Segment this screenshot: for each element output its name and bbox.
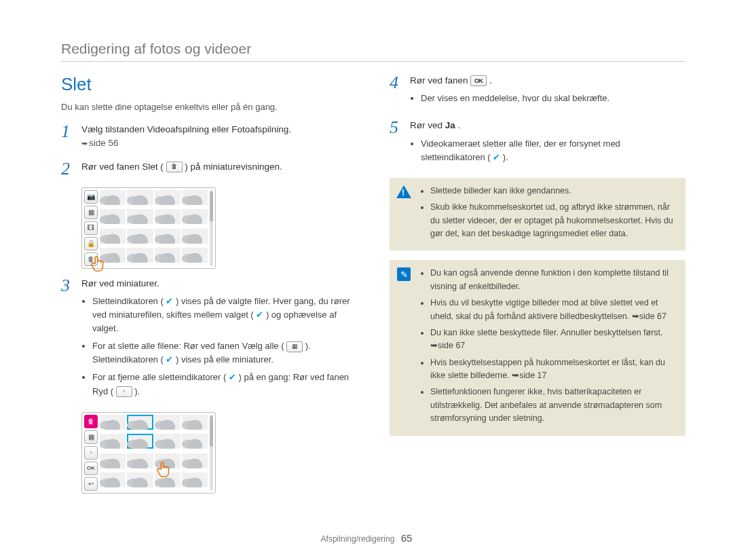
step-5-bullet: Videokameraet sletter alle filer, der er… — [421, 137, 685, 164]
thumbnail-grid-2: 🗑 ▦ ▫ OK ↩ — [81, 412, 216, 493]
info-item: Du kan ikke slette beskyttede filer. Ann… — [430, 326, 676, 353]
check-icon: ✔ — [493, 152, 500, 162]
warning-icon — [396, 185, 411, 200]
sidebar-btn-ok: OK — [84, 462, 98, 475]
sidebar-btn: 📷 — [84, 190, 98, 204]
check-icon: ✔ — [256, 310, 263, 320]
info-box: ✎ Du kan også anvende denne funktion i d… — [390, 260, 685, 435]
sidebar-btn-back: ↩ — [84, 477, 98, 491]
warning-box: Slettede billeder kan ikke gendannes.Sku… — [390, 178, 685, 251]
intro-text: Du kan slette dine optagelse enkeltvis e… — [61, 102, 357, 112]
left-column: Slet Du kan slette dine optagelse enkelt… — [61, 69, 357, 502]
check-icon: ✔ — [229, 372, 236, 382]
step-4-text-before: Rør ved fanen — [410, 75, 470, 86]
sidebar-btn: 🗑 — [84, 253, 98, 266]
step-3: 3 Rør ved miniaturer. Sletteindikatoren … — [61, 277, 357, 403]
sidebar-btn: ▦ — [84, 430, 98, 444]
info-item: Hvis beskyttelsestappen på hukommelsesko… — [430, 356, 676, 383]
warning-item: Slettede billeder kan ikke gendannes. — [430, 185, 676, 198]
select-all-icon: ▦ — [286, 341, 303, 352]
footer-section: Afspilning/redigering — [321, 534, 395, 544]
step-5: 5 Rør ved Ja . Videokameraet sletter all… — [390, 119, 685, 168]
sidebar-btn: ▦ — [84, 206, 98, 219]
step-number: 5 — [390, 119, 402, 136]
sidebar-btn: 🎞 — [84, 221, 98, 235]
sidebar-btn: 🔒 — [84, 237, 98, 250]
step-4-text-after: . — [489, 75, 492, 86]
info-item: Hvis du vil beskytte vigtige billeder mo… — [430, 297, 676, 323]
sidebar-btn-delete: 🗑 — [84, 415, 98, 428]
info-item: Slettefunktionen fungerer ikke, hvis bat… — [430, 386, 676, 425]
step-1: 1 Vælg tilstanden Videoafspilning eller … — [61, 123, 357, 151]
clear-icon: ▫ — [116, 386, 132, 397]
step-4: 4 Rør ved fanen OK . Der vises en meddel… — [390, 74, 685, 109]
chapter-title: Redigering af fotos og videoer — [61, 41, 685, 62]
page-ref: side 56 — [81, 138, 119, 148]
info-icon: ✎ — [396, 267, 411, 282]
step-2: 2 Rør ved fanen Slet ( 🗑 ) på miniaturev… — [61, 160, 357, 178]
step-number: 2 — [61, 160, 73, 178]
sidebar-btn: ▫ — [84, 446, 98, 460]
warning-item: Skub ikke hukommelseskortet ud, og afbry… — [430, 201, 676, 240]
check-icon: ✔ — [166, 354, 173, 365]
step-2-text-before: Rør ved fanen Slet ( — [81, 162, 164, 172]
page-number: 65 — [401, 532, 413, 544]
step-3-bullet: For at fjerne alle sletteindikatorer ( ✔… — [92, 371, 357, 398]
step-3-bullet: For at slette alle filene: Rør ved fanen… — [92, 339, 357, 367]
step-3-text: Rør ved miniaturer. — [81, 278, 159, 288]
right-column: 4 Rør ved fanen OK . Der vises en meddel… — [390, 69, 685, 502]
step-5-bold: Ja — [445, 120, 455, 130]
step-number: 4 — [390, 74, 402, 92]
info-list: Du kan også anvende denne funktion i den… — [419, 267, 676, 428]
thumbnail-grid-1: 📷 ▦ 🎞 🔒 🗑 — [81, 187, 216, 269]
section-title: Slet — [61, 74, 357, 95]
check-icon: ✔ — [166, 296, 173, 306]
ok-icon: OK — [470, 75, 487, 86]
page-footer: Afspilning/redigering 65 — [0, 532, 733, 544]
step-2-text-after: ) på miniaturevisningen. — [185, 162, 282, 172]
step-number: 1 — [61, 123, 73, 141]
step-4-bullet: Der vises en meddelelse, hvor du skal be… — [421, 92, 609, 105]
step-3-bullet: Sletteindikatoren ( ✔ ) vises på de valg… — [92, 295, 357, 335]
step-1-text: Vælg tilstanden Videoafspilning eller Fo… — [81, 124, 291, 134]
step-5-text-before: Rør ved — [410, 120, 445, 130]
step-number: 3 — [61, 277, 73, 295]
step-3-bullets: Sletteindikatoren ( ✔ ) vises på de valg… — [81, 295, 357, 398]
trash-icon: 🗑 — [166, 162, 183, 172]
step-5-text-after: . — [458, 120, 461, 130]
info-item: Du kan også anvende denne funktion i den… — [430, 267, 676, 293]
warning-list: Slettede billeder kan ikke gendannes.Sku… — [419, 185, 676, 244]
